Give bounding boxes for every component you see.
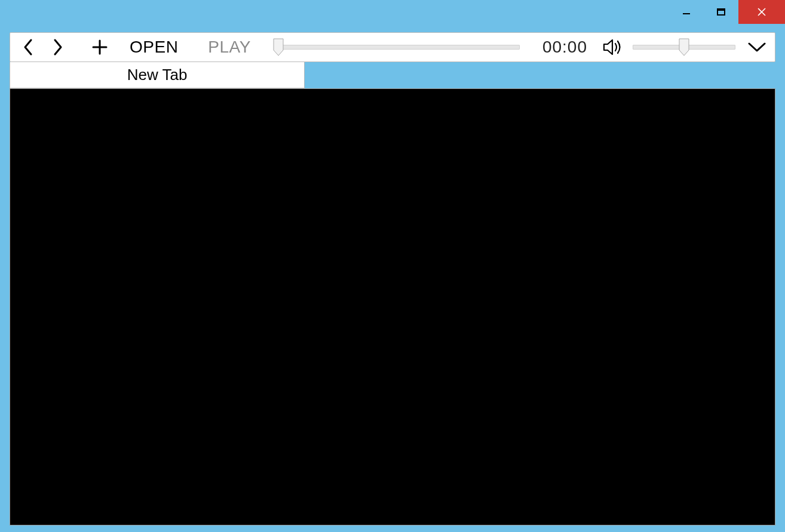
toolbar: OPEN PLAY 00:00	[10, 32, 775, 62]
minimize-icon	[682, 7, 691, 17]
time-display: 00:00	[534, 38, 596, 57]
minimize-button[interactable]	[669, 0, 704, 24]
progress-track	[274, 45, 520, 50]
back-button[interactable]	[15, 34, 41, 60]
add-tab-button[interactable]	[87, 34, 113, 60]
dropdown-button[interactable]	[744, 34, 770, 60]
forward-button[interactable]	[45, 34, 71, 60]
tab-label: New Tab	[127, 66, 188, 84]
plus-icon	[91, 38, 109, 56]
content-area	[10, 88, 775, 525]
chevron-down-icon	[747, 41, 767, 53]
speaker-icon	[602, 38, 623, 57]
close-icon	[756, 7, 767, 17]
speaker-button[interactable]	[599, 34, 625, 60]
progress-slider[interactable]	[274, 38, 520, 56]
maximize-icon	[716, 7, 726, 17]
close-button[interactable]	[738, 0, 785, 24]
chevron-left-icon	[21, 38, 35, 56]
tab-new-tab[interactable]: New Tab	[10, 62, 305, 88]
volume-thumb[interactable]	[679, 38, 689, 56]
maximize-button[interactable]	[704, 0, 738, 24]
open-button[interactable]: OPEN	[116, 38, 191, 57]
volume-slider[interactable]	[633, 38, 735, 56]
progress-thumb[interactable]	[273, 38, 284, 56]
play-button[interactable]: PLAY	[195, 38, 264, 57]
window-titlebar	[0, 0, 785, 24]
chevron-right-icon	[51, 38, 65, 56]
tab-strip: New Tab	[10, 62, 775, 88]
